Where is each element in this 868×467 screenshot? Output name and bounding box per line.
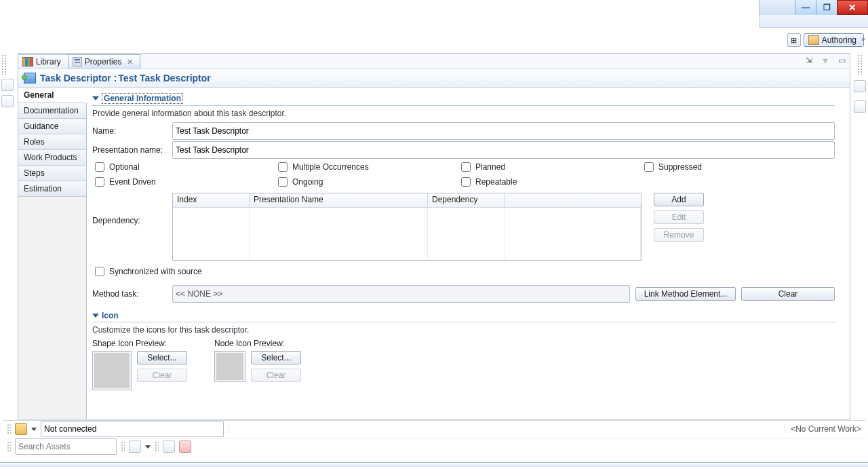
restore-view-button[interactable]: [1, 79, 14, 91]
shape-icon-label: Shape Icon Preview:: [92, 339, 187, 348]
page-tab-work-products[interactable]: Work Products: [18, 150, 86, 166]
task-descriptor-icon: [24, 73, 36, 83]
ongoing-checkbox[interactable]: [278, 177, 288, 187]
node-clear-button[interactable]: Clear: [251, 369, 301, 382]
chk-label: Suppressed: [658, 162, 702, 172]
minimize-view-icon[interactable]: ▭: [836, 55, 847, 66]
event-driven-checkbox[interactable]: [95, 177, 104, 187]
suppressed-checkbox[interactable]: [644, 162, 654, 172]
col-dependency[interactable]: Dependency: [428, 193, 505, 207]
link-method-element-button[interactable]: Link Method Element...: [635, 287, 736, 301]
section-header-icon[interactable]: Icon: [92, 310, 835, 322]
chk-repeatable[interactable]: Repeatable: [458, 175, 635, 189]
chk-multiple[interactable]: Multiple Occurrences: [275, 160, 452, 174]
checkbox-grid: Optional Multiple Occurrences Planned Su…: [92, 160, 835, 189]
chk-ongoing[interactable]: Ongoing: [275, 175, 452, 189]
chk-synchronized[interactable]: Synchronized with source: [92, 265, 835, 278]
chk-label: Ongoing: [292, 177, 323, 187]
library-icon: [22, 57, 33, 67]
authoring-icon: [808, 35, 819, 45]
synchronized-checkbox[interactable]: [95, 267, 104, 276]
perspective-authoring[interactable]: Authoring: [804, 33, 864, 47]
titlebar-strip: [759, 15, 868, 28]
page-tab-steps[interactable]: Steps: [18, 166, 86, 181]
properties-icon: [73, 57, 82, 67]
method-task-field: [172, 285, 630, 303]
tab-label: Library: [36, 57, 61, 67]
dependency-buttons: Add Edit Remove: [654, 193, 704, 242]
section-description: Customize the icons for this task descri…: [92, 325, 835, 335]
os-taskbar-sliver: [0, 462, 868, 467]
restore-view-button-right[interactable]: [854, 80, 866, 92]
search-assets-input[interactable]: [15, 438, 117, 455]
tab-properties[interactable]: Properties ✕: [68, 54, 141, 69]
view-toolbar: ⇲ ▿ ▭: [804, 55, 847, 66]
chk-label: Synchronized with source: [109, 267, 202, 276]
page-tab-roles[interactable]: Roles: [18, 134, 86, 150]
page-tab-general[interactable]: General: [18, 88, 87, 103]
edit-button[interactable]: Edit: [654, 210, 704, 224]
show-view-button[interactable]: [1, 95, 14, 107]
twistie-down-icon: [92, 96, 99, 100]
open-perspective-button[interactable]: ⊞: [787, 33, 801, 47]
minimize-button[interactable]: —: [795, 0, 816, 15]
optional-checkbox[interactable]: [95, 162, 104, 172]
right-trim: [853, 53, 867, 117]
pin-icon[interactable]: ⇲: [804, 55, 814, 66]
view-menu-icon[interactable]: ▿: [820, 55, 831, 66]
connection-icon[interactable]: [15, 423, 27, 435]
toolbar-overflow-icon[interactable]: »: [861, 35, 868, 43]
tab-label: Properties: [85, 57, 122, 67]
form-title-name: Test Task Descriptor: [118, 73, 210, 83]
dependency-table-body[interactable]: [173, 208, 641, 260]
editor-tabstrip: Library Properties ✕ ⇲ ▿ ▭: [18, 54, 850, 69]
remove-button[interactable]: Remove: [654, 228, 704, 242]
dependency-table[interactable]: Index Presentation Name Dependency: [172, 193, 642, 261]
status-bar: <No Current Work>: [3, 420, 865, 437]
gripper-icon: [121, 441, 125, 452]
toolbar-button-3[interactable]: [179, 441, 191, 453]
col-presentation[interactable]: Presentation Name: [250, 193, 428, 207]
dropdown-icon[interactable]: [145, 445, 151, 449]
node-select-button[interactable]: Select...: [251, 351, 301, 365]
col-index[interactable]: Index: [173, 193, 250, 207]
chk-label: Repeatable: [475, 177, 517, 187]
restore-button[interactable]: ❐: [816, 0, 837, 15]
show-view-button-right[interactable]: [854, 100, 866, 113]
node-icon-label: Node Icon Preview:: [214, 339, 301, 348]
chk-event-driven[interactable]: Event Driven: [92, 175, 269, 189]
editor-body: General Documentation Guidance Roles Wor…: [18, 88, 850, 419]
section-header-general[interactable]: General Information: [92, 92, 835, 106]
section-description: Provide general information about this t…: [92, 109, 835, 118]
separator: [784, 424, 787, 434]
chk-planned[interactable]: Planned: [458, 160, 635, 174]
close-tab-icon[interactable]: ✕: [127, 58, 133, 67]
shape-clear-button[interactable]: Clear: [137, 369, 187, 382]
page-tab-estimation[interactable]: Estimation: [18, 181, 86, 197]
multiple-occurrences-checkbox[interactable]: [278, 162, 288, 172]
shape-select-button[interactable]: Select...: [137, 351, 187, 365]
gripper-icon: [857, 54, 863, 75]
chk-suppressed[interactable]: Suppressed: [642, 160, 818, 174]
tab-library[interactable]: Library: [18, 54, 68, 69]
presentation-name-input[interactable]: [172, 141, 835, 159]
add-button[interactable]: Add: [654, 193, 704, 206]
chk-optional[interactable]: Optional: [92, 160, 269, 174]
close-button[interactable]: ✕: [837, 0, 868, 15]
dropdown-icon[interactable]: [31, 428, 37, 431]
icon-preview-row: Shape Icon Preview: Select... Clear Node…: [92, 339, 835, 390]
section-title: General Information: [102, 93, 183, 104]
gripper-icon: [155, 441, 159, 452]
toolbar-button-2[interactable]: [163, 441, 175, 453]
page-tab-guidance[interactable]: Guidance: [18, 119, 86, 134]
clear-method-button[interactable]: Clear: [741, 287, 835, 301]
toolbar-button-1[interactable]: [129, 441, 141, 453]
node-icon-preview: [214, 351, 245, 382]
row-presentation-name: Presentation name:: [92, 141, 835, 159]
label-dependency: Dependency:: [92, 193, 167, 225]
repeatable-checkbox[interactable]: [461, 177, 471, 187]
page-tab-documentation[interactable]: Documentation: [18, 103, 86, 119]
planned-checkbox[interactable]: [461, 162, 471, 172]
form-scroll: General Information Provide general info…: [87, 88, 850, 419]
name-input[interactable]: [172, 122, 835, 140]
